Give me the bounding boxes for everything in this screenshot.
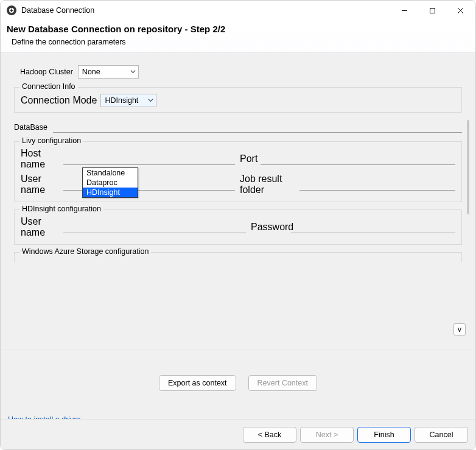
livy-user-label: User name bbox=[21, 174, 60, 195]
livy-port-input[interactable] bbox=[261, 153, 455, 165]
back-button[interactable]: < Back bbox=[243, 427, 296, 443]
scrollbar[interactable] bbox=[467, 120, 469, 214]
page-title: New Database Connection on repository - … bbox=[7, 24, 469, 34]
database-row: DataBase bbox=[14, 121, 462, 133]
database-label: DataBase bbox=[14, 123, 49, 132]
hadoop-cluster-label: Hadoop Cluster bbox=[20, 68, 73, 76]
livy-config-legend: Livy configuration bbox=[19, 136, 83, 145]
svg-rect-4 bbox=[430, 8, 435, 13]
hadoop-cluster-value: None bbox=[79, 68, 113, 76]
titlebar: Database Connection bbox=[1, 1, 475, 20]
connection-info-group: Connection Info Connection Mode HDInsigh… bbox=[14, 87, 462, 113]
livy-job-folder-label: Job result folder bbox=[240, 174, 296, 195]
close-button[interactable] bbox=[446, 1, 474, 20]
livy-config-group: Livy configuration Host name Port User n… bbox=[14, 141, 462, 202]
hdinsight-config-group: HDInsight configuration User name Passwo… bbox=[14, 209, 462, 245]
dropdown-option-hdinsight[interactable]: HDInsight bbox=[83, 188, 138, 197]
connection-mode-dropdown[interactable]: Standalone Dataproc HDInsight bbox=[82, 167, 138, 198]
page-subtitle: Define the connection parameters bbox=[7, 38, 469, 46]
maximize-button[interactable] bbox=[418, 1, 446, 20]
expand-button[interactable]: v bbox=[453, 323, 466, 336]
revert-context-button[interactable]: Revert Context bbox=[248, 375, 317, 391]
livy-host-input[interactable] bbox=[63, 153, 235, 165]
livy-job-folder-input[interactable] bbox=[299, 179, 455, 191]
wizard-header: New Database Connection on repository - … bbox=[1, 20, 475, 53]
livy-port-label: Port bbox=[240, 153, 257, 164]
separator bbox=[4, 349, 472, 350]
app-icon bbox=[7, 5, 16, 15]
dialog-window: Database Connection New Database Connect… bbox=[0, 0, 476, 450]
wizard-body: Hadoop Cluster None Connection Info Conn… bbox=[1, 53, 475, 419]
azure-storage-group: Windows Azure Storage configuration bbox=[14, 252, 462, 262]
connection-mode-combo[interactable]: HDInsight bbox=[100, 94, 156, 107]
dropdown-option-standalone[interactable]: Standalone bbox=[83, 168, 138, 178]
connection-mode-label: Connection Mode bbox=[21, 95, 97, 106]
minimize-button[interactable] bbox=[390, 1, 418, 20]
azure-storage-legend: Windows Azure Storage configuration bbox=[19, 247, 151, 256]
window-title: Database Connection bbox=[21, 6, 94, 15]
hdi-password-label: Password bbox=[251, 222, 287, 233]
chevron-down-icon bbox=[130, 68, 136, 76]
export-context-button[interactable]: Export as context bbox=[159, 375, 236, 391]
hdi-password-input[interactable] bbox=[291, 222, 455, 233]
context-button-row: Export as context Revert Context bbox=[1, 375, 475, 391]
database-input[interactable] bbox=[53, 121, 462, 133]
cancel-button[interactable]: Cancel bbox=[415, 427, 468, 443]
hdinsight-config-legend: HDInsight configuration bbox=[19, 205, 103, 213]
next-button[interactable]: Next > bbox=[300, 427, 354, 443]
connection-info-legend: Connection Info bbox=[19, 82, 78, 91]
hadoop-cluster-combo[interactable]: None bbox=[78, 65, 139, 79]
finish-button[interactable]: Finish bbox=[357, 427, 411, 443]
hdi-user-input[interactable] bbox=[63, 222, 246, 233]
help-link[interactable]: How to install a driver bbox=[8, 415, 81, 419]
wizard-footer: < Back Next > Finish Cancel bbox=[1, 419, 475, 449]
hadoop-cluster-row: Hadoop Cluster None bbox=[20, 65, 462, 79]
hdi-user-label: User name bbox=[21, 216, 60, 238]
chevron-down-icon bbox=[148, 96, 153, 105]
dropdown-option-dataproc[interactable]: Dataproc bbox=[83, 178, 138, 188]
svg-rect-2 bbox=[10, 10, 13, 11]
livy-host-label: Host name bbox=[21, 148, 60, 170]
connection-mode-value: HDInsight bbox=[101, 96, 150, 105]
